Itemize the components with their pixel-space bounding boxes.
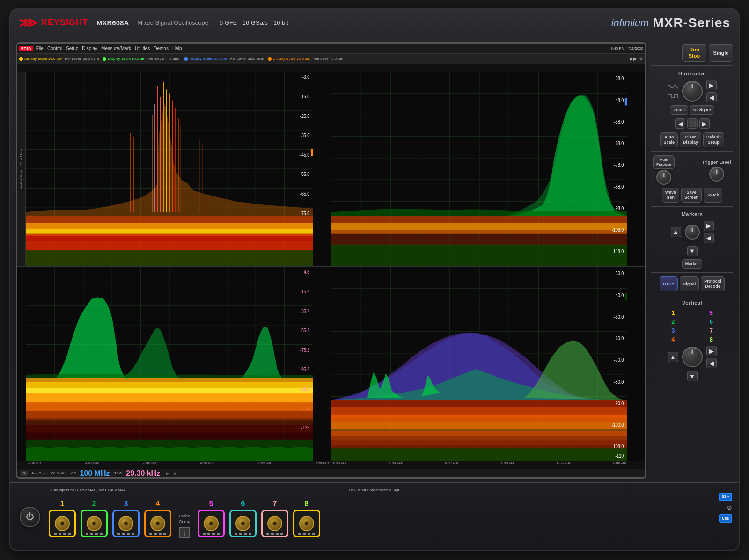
save-screen-button[interactable]: Save Screen xyxy=(681,188,702,203)
cap-warning-label: 1MΩ Input Capacitance ≈ 14pF xyxy=(349,488,401,492)
front-panel: ⏻ ⚠ All Inputs 50 Ω ± 5V MAX, 1MΩ ± 40V … xyxy=(10,482,739,550)
left-arrow-button[interactable]: ◀ xyxy=(675,118,685,129)
series-name: MXR-Series xyxy=(653,15,730,30)
horizontal-time-knob[interactable] xyxy=(682,81,703,102)
bottom-status-bar: ▼ Acq Span 80.0 MHz CF 100 MHz RBW 29.30… xyxy=(17,469,645,477)
trigger-level-group: Trigger Level xyxy=(702,159,731,182)
right-control-panel: Run Stop Single Horizontal ▶ xyxy=(651,42,733,479)
marker-knob-row: ▲ ▶ ◀ xyxy=(651,221,733,243)
plots-grid: Time Mode Vertical Basis xyxy=(17,72,645,461)
protocol-decode-button[interactable]: Protocol Decode xyxy=(701,276,725,291)
vertical-up-button[interactable]: ▲ xyxy=(668,352,678,362)
x-label-bl-4: 2.464 GHz xyxy=(200,461,214,469)
svg-text:-40.0: -40.0 xyxy=(614,292,624,298)
menu-display[interactable]: Display xyxy=(82,46,97,51)
horizontal-left-button[interactable]: ◀ xyxy=(706,92,717,102)
ch3-bnc[interactable] xyxy=(111,509,140,538)
x-label-bl-3: 2.448 GHz xyxy=(143,461,156,469)
vertical-scale-knob[interactable] xyxy=(682,347,703,367)
menu-file[interactable]: File xyxy=(36,46,44,51)
vertical-down-button[interactable]: ▼ xyxy=(687,371,698,381)
ch5-input: 5 xyxy=(197,500,226,538)
ch2-number[interactable]: 2 xyxy=(655,318,691,325)
usb-port-2[interactable]: USB xyxy=(719,514,732,523)
vertical-arrow-left[interactable]: ◀ xyxy=(706,358,717,368)
ch8-bnc-center xyxy=(299,516,314,531)
trigger-level-knob[interactable] xyxy=(709,167,724,182)
marker-up-button[interactable]: ▲ xyxy=(671,227,681,237)
probe-comp-terminal[interactable]: ⏚ xyxy=(179,527,190,538)
menu-help[interactable]: Help xyxy=(172,46,182,51)
run-stop-button[interactable]: Run Stop xyxy=(682,44,706,62)
settings-icon[interactable]: ⚙ xyxy=(639,56,643,61)
ch7-bnc-center xyxy=(267,516,282,531)
ch5-number[interactable]: 5 xyxy=(693,309,730,316)
marker-down-button[interactable]: ▼ xyxy=(687,246,698,256)
marker-right-button[interactable]: ▶ xyxy=(704,221,714,231)
zoom-button[interactable]: Zoom xyxy=(670,105,688,115)
svg-text:-58.0: -58.0 xyxy=(614,119,624,124)
digital-button[interactable]: Digital xyxy=(680,276,699,291)
menu-utilities[interactable]: Utilities xyxy=(135,46,150,51)
svg-rect-153 xyxy=(625,293,627,300)
header-bar: ⋙ KEYSIGHT MXR608A Mixed Signal Oscillos… xyxy=(10,9,739,36)
ch5-bnc-pins xyxy=(203,533,220,535)
multi-purpose-button[interactable]: Multi Purpose xyxy=(653,155,675,169)
marker-knob[interactable] xyxy=(685,225,700,240)
menu-measure[interactable]: Measure/Mark xyxy=(101,46,131,51)
menu-control[interactable]: Control xyxy=(47,46,62,51)
navigate-button[interactable]: Navigate xyxy=(690,105,714,115)
ch4-scale: Display Scale 10.0 dB/ xyxy=(273,57,311,61)
touch-button[interactable]: Touch xyxy=(704,188,722,203)
play-button[interactable]: ⬛ xyxy=(687,118,698,129)
marker-btn-row: Marker xyxy=(651,259,733,269)
power-button[interactable]: ⏻ xyxy=(20,507,40,527)
multi-purpose-knob[interactable] xyxy=(656,170,671,185)
svg-text:-50.0: -50.0 xyxy=(614,314,624,320)
svg-text:-35.2: -35.2 xyxy=(300,308,310,314)
menu-setup[interactable]: Setup xyxy=(66,46,78,51)
ch4-bnc[interactable] xyxy=(143,509,172,538)
clear-display-button[interactable]: Clear Display xyxy=(680,132,701,147)
horizontal-right-button[interactable]: ▶ xyxy=(706,80,717,90)
ch7-front-label: 7 xyxy=(273,500,277,508)
screen-toolbar: RTSA File Control Setup Display Measure/… xyxy=(17,44,645,54)
ch3-number[interactable]: 3 xyxy=(655,327,691,334)
stop-square-icon[interactable]: ■ xyxy=(173,471,176,476)
wave-gen-button[interactable]: Wave Gen xyxy=(662,188,679,203)
ch6-bnc-outer xyxy=(229,510,257,537)
ch8-bnc[interactable] xyxy=(292,509,321,538)
ch6-bnc-pins xyxy=(235,533,251,535)
default-setup-button[interactable]: Default Setup xyxy=(703,132,724,147)
ch7-bnc[interactable] xyxy=(260,509,289,538)
ch8-number[interactable]: 8 xyxy=(693,336,730,343)
vertical-arrow-right[interactable]: ▶ xyxy=(706,346,717,356)
ch5-bnc[interactable] xyxy=(197,509,226,538)
replay-icon[interactable]: ▶▶ xyxy=(630,56,637,61)
usb-symbol: ⊕ xyxy=(719,504,732,511)
ch1-bnc[interactable] xyxy=(48,509,77,538)
usb-label-2: USB xyxy=(722,517,729,520)
x-axis-bottom-left: 2.416 GHz 2.432 GHz 2.448 GHz 2.464 GHz … xyxy=(17,461,331,469)
ch7-number[interactable]: 7 xyxy=(693,327,730,334)
x-axis-bottom-right: 5.735 GHz 5.751 GHz 5.767 GHz 5.783 GHz … xyxy=(331,461,646,469)
rtsa-button[interactable]: RTSA xyxy=(660,276,678,291)
single-button[interactable]: Single xyxy=(709,44,733,62)
marker-left-button[interactable]: ◀ xyxy=(704,233,714,243)
rbw-label: RBW xyxy=(114,471,123,475)
right-arrow-button[interactable]: ▶ xyxy=(699,118,710,129)
svg-rect-24 xyxy=(26,250,313,266)
ch4-number[interactable]: 4 xyxy=(655,336,691,343)
usb-port-1[interactable]: SS⇒ xyxy=(719,493,732,501)
play-icon[interactable]: ▶ xyxy=(166,471,169,476)
ch2-bnc[interactable] xyxy=(80,509,109,538)
auto-scale-button[interactable]: Auto Scale xyxy=(660,132,678,147)
marker-button[interactable]: Marker xyxy=(682,259,703,269)
ch1-number[interactable]: 1 xyxy=(655,309,691,316)
ch6-bnc[interactable] xyxy=(228,509,257,538)
menu-demos[interactable]: Demos xyxy=(154,46,169,51)
menu-bar: File Control Setup Display Measure/Mark … xyxy=(36,46,182,51)
ch6-number[interactable]: 6 xyxy=(693,318,730,325)
usb-ports-area: SS⇒ ⊕ USB xyxy=(719,493,732,523)
x-label-br-2: 5.751 GHz xyxy=(389,461,403,469)
